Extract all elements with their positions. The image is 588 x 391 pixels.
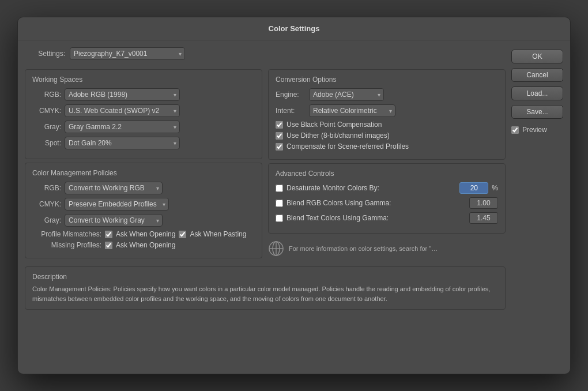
intent-row: Intent: Relative Colorimetric (276, 104, 498, 117)
main-content: Settings: Piezography_K7_v0001 Working S… (25, 47, 506, 367)
right-panel: Conversion Options Engine: Adobe (ACE) I… (268, 69, 506, 262)
desaturate-label: Desaturate Monitor Colors By: (287, 184, 456, 192)
profile-mismatches-label: Profile Mismatches: (32, 230, 101, 238)
black-point-label: Use Black Point Compensation (287, 121, 382, 129)
cancel-button[interactable]: Cancel (511, 68, 563, 82)
dither-label: Use Dither (8-bit/channel images) (287, 131, 390, 140)
left-panel: Working Spaces RGB: Adobe RGB (1998) CMY… (25, 69, 262, 262)
ask-when-opening-1-label: Ask When Opening (116, 230, 175, 238)
globe-icon (268, 240, 284, 257)
blend-rgb-value: 1.00 (469, 197, 498, 209)
gray-label: Gray: (32, 123, 61, 131)
settings-select-wrapper: Piezography_K7_v0001 (70, 47, 185, 60)
spot-select[interactable]: Dot Gain 20% (65, 137, 180, 149)
dither-checkbox[interactable] (276, 132, 283, 140)
ask-when-opening-1-checkbox[interactable] (105, 231, 112, 238)
black-point-checkbox[interactable] (276, 121, 283, 129)
gray-row: Gray: Gray Gamma 2.2 (32, 121, 255, 133)
sidebar-buttons: OK Cancel Load... Save... Preview (511, 47, 563, 367)
intent-select[interactable]: Relative Colorimetric (309, 104, 395, 117)
ask-when-opening-2-label: Ask When Opening (116, 241, 175, 249)
blend-text-value: 1.45 (469, 212, 498, 224)
policy-gray-select[interactable]: Convert to Working Gray (65, 214, 163, 227)
desaturate-row: Desaturate Monitor Colors By: 20 % (276, 182, 498, 194)
missing-profiles-label: Missing Profiles: (32, 241, 101, 249)
conversion-options-section: Conversion Options Engine: Adobe (ACE) I… (268, 69, 506, 160)
load-button[interactable]: Load... (511, 87, 563, 100)
scene-referred-checkbox[interactable] (276, 143, 283, 151)
black-point-row: Use Black Point Compensation (276, 121, 498, 129)
settings-label: Settings: (25, 50, 65, 58)
info-text: For more information on color settings, … (289, 245, 438, 252)
working-spaces-section: Working Spaces RGB: Adobe RGB (1998) CMY… (25, 69, 262, 159)
rgb-row: RGB: Adobe RGB (1998) (32, 88, 255, 101)
dither-row: Use Dither (8-bit/channel images) (276, 131, 498, 140)
spot-label: Spot: (32, 139, 61, 147)
preview-checkbox[interactable] (511, 126, 519, 134)
policy-gray-label: Gray: (32, 216, 61, 224)
cmyk-row: CMYK: U.S. Web Coated (SWOP) v2 (32, 104, 255, 117)
conversion-options-title: Conversion Options (276, 76, 498, 84)
advanced-controls-section: Advanced Controls Desaturate Monitor Col… (268, 163, 506, 234)
ask-when-pasting-checkbox[interactable] (179, 231, 186, 238)
settings-row: Settings: Piezography_K7_v0001 (25, 47, 506, 60)
policy-rgb-label: RGB: (32, 184, 61, 192)
policy-gray-row: Gray: Convert to Working Gray (32, 214, 255, 227)
ask-when-opening-2-checkbox[interactable] (105, 242, 112, 249)
rgb-label: RGB: (32, 91, 61, 99)
scene-referred-row: Compensate for Scene-referred Profiles (276, 142, 498, 151)
blend-text-checkbox[interactable] (276, 215, 283, 222)
intent-label: Intent: (276, 107, 304, 115)
cmyk-label: CMYK: (32, 107, 61, 115)
two-column-layout: Working Spaces RGB: Adobe RGB (1998) CMY… (25, 69, 506, 262)
color-management-title: Color Management Policies (32, 169, 255, 177)
policy-cmyk-select[interactable]: Preserve Embedded Profiles (65, 198, 169, 210)
working-spaces-title: Working Spaces (32, 76, 255, 84)
policy-cmyk-row: CMYK: Preserve Embedded Profiles (32, 198, 255, 210)
desaturate-percent: % (492, 184, 498, 192)
engine-label: Engine: (276, 91, 304, 99)
preview-label: Preview (522, 126, 547, 134)
blend-rgb-row: Blend RGB Colors Using Gamma: 1.00 (276, 197, 498, 209)
description-box: Description Color Management Policies: P… (25, 266, 506, 310)
blend-text-row: Blend Text Colors Using Gamma: 1.45 (276, 212, 498, 224)
ok-button[interactable]: OK (511, 50, 563, 63)
desaturate-value: 20 (459, 182, 488, 194)
rgb-select[interactable]: Adobe RGB (1998) (65, 88, 180, 101)
blend-rgb-label: Blend RGB Colors Using Gamma: (287, 199, 466, 207)
ask-when-pasting-label: Ask When Pasting (190, 230, 246, 238)
preview-row: Preview (511, 126, 563, 134)
cmyk-select[interactable]: U.S. Web Coated (SWOP) v2 (65, 104, 180, 117)
settings-select[interactable]: Piezography_K7_v0001 (70, 47, 185, 60)
desaturate-checkbox[interactable] (276, 185, 283, 192)
dialog-title: Color Settings (18, 17, 570, 40)
policy-rgb-row: RGB: Convert to Working RGB (32, 182, 255, 194)
info-row: For more information on color settings, … (268, 237, 506, 260)
engine-row: Engine: Adobe (ACE) (276, 88, 498, 101)
blend-text-label: Blend Text Colors Using Gamma: (287, 214, 466, 222)
spot-row: Spot: Dot Gain 20% (32, 137, 255, 149)
color-settings-dialog: Color Settings Settings: Piezography_K7_… (17, 17, 571, 374)
gray-select[interactable]: Gray Gamma 2.2 (65, 121, 180, 133)
description-text: Color Management Policies: Policies spec… (32, 284, 498, 303)
profile-mismatches-row: Profile Mismatches: Ask When Opening Ask… (32, 230, 255, 238)
advanced-controls-title: Advanced Controls (276, 170, 498, 178)
color-management-section: Color Management Policies RGB: Convert t… (25, 163, 262, 258)
missing-profiles-row: Missing Profiles: Ask When Opening (32, 241, 255, 249)
scene-referred-label: Compensate for Scene-referred Profiles (287, 142, 409, 151)
save-button[interactable]: Save... (511, 105, 563, 119)
engine-select[interactable]: Adobe (ACE) (309, 88, 384, 101)
policy-rgb-select[interactable]: Convert to Working RGB (65, 182, 163, 194)
description-title: Description (32, 273, 498, 281)
policy-cmyk-label: CMYK: (32, 200, 61, 208)
blend-rgb-checkbox[interactable] (276, 200, 283, 207)
